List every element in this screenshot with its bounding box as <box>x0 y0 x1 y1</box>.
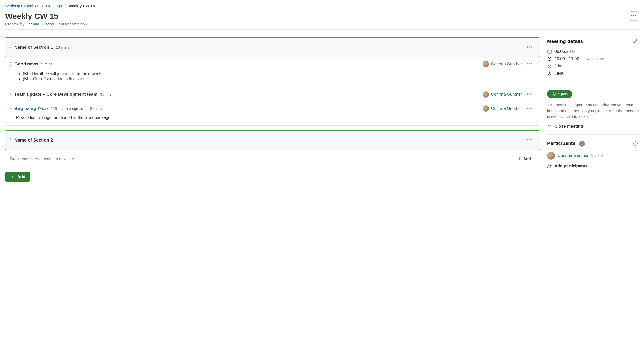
item-body: Please fix the bugs mentioned in the wor… <box>5 115 540 125</box>
agenda-item: Bug fixing Phase #261 In progress 5 mins… <box>5 101 540 126</box>
svg-point-3 <box>10 47 11 48</box>
svg-point-36 <box>548 165 550 166</box>
avatar <box>483 105 489 112</box>
drag-handle-icon[interactable] <box>8 92 12 97</box>
page-title: Weekly CW 15 <box>5 12 629 21</box>
item-more-button[interactable]: ••• <box>525 60 535 68</box>
calendar-icon <box>547 49 552 54</box>
svg-point-14 <box>9 94 9 95</box>
svg-point-1 <box>10 45 11 46</box>
svg-rect-34 <box>548 126 551 128</box>
svg-point-20 <box>9 108 9 109</box>
item-phase: Phase #261 <box>38 106 59 111</box>
add-participants-button[interactable]: Add participants <box>547 164 639 168</box>
drag-handle-icon[interactable] <box>8 45 12 49</box>
detail-location: LINK <box>547 71 639 76</box>
svg-point-8 <box>9 64 9 64</box>
item-title-link[interactable]: Bug fixing <box>14 106 36 111</box>
breadcrumb-parent[interactable]: Meetings <box>46 4 62 8</box>
participant-status: Invited <box>591 153 603 158</box>
agenda-item: Team update – Core Development team 3 mi… <box>5 87 540 101</box>
section-title: Name of Section 2 <box>14 138 53 143</box>
svg-point-24 <box>9 138 9 139</box>
item-title: Team update – Core Development team <box>14 92 97 97</box>
edit-details-button[interactable] <box>632 37 639 45</box>
participant-row: Corinna Günther Invited <box>547 152 639 160</box>
item-duration: 5 mins <box>90 106 102 111</box>
svg-point-21 <box>10 108 11 109</box>
item-more-button[interactable]: ••• <box>525 91 535 98</box>
agenda-item: Good news 5 mins Corinna Günther ••• (BL… <box>5 57 540 87</box>
breadcrumb-project[interactable]: ScaleUp Expedition <box>5 4 40 8</box>
svg-point-16 <box>9 95 9 96</box>
stopwatch-icon <box>547 64 552 69</box>
participant-link[interactable]: Corinna Günther <box>558 153 589 158</box>
item-duration: 3 mins <box>100 92 112 97</box>
detail-date: 06.06.2024 <box>547 49 639 54</box>
svg-point-12 <box>9 92 9 93</box>
add-item-inline-button[interactable]: ＋ Add <box>513 154 535 163</box>
drag-handle-icon[interactable] <box>8 138 12 142</box>
section-duration: 13 mins <box>55 45 69 49</box>
meeting-details: Meeting details 06.06.2024 10:00 - 11:00… <box>547 37 639 84</box>
dropzone[interactable]: Drag items here or create a new one ＋ Ad… <box>5 150 540 167</box>
open-dot-icon <box>552 92 556 96</box>
svg-rect-30 <box>548 50 551 53</box>
clock-icon <box>547 57 552 61</box>
close-meeting-button[interactable]: Close meeting <box>547 124 639 129</box>
meeting-details-heading: Meeting details <box>547 38 632 44</box>
sidebar: Meeting details 06.06.2024 10:00 - 11:00… <box>547 37 639 179</box>
section-more-button[interactable]: ••• <box>525 136 535 144</box>
svg-point-22 <box>9 110 9 110</box>
lock-icon <box>547 124 552 129</box>
status-chip: In progress <box>61 106 86 111</box>
presenter-link[interactable]: Corinna Günther <box>491 106 522 111</box>
svg-point-0 <box>9 45 9 46</box>
svg-point-33 <box>549 73 550 74</box>
gear-icon <box>633 141 638 146</box>
svg-point-6 <box>9 62 9 63</box>
agenda-section: Name of Section 1 13 mins ••• <box>5 37 540 57</box>
plus-icon: ＋ <box>10 174 15 179</box>
add-person-icon <box>547 164 552 168</box>
plus-icon: ＋ <box>517 156 522 161</box>
item-title: Good news <box>14 61 38 67</box>
pencil-icon <box>633 38 638 43</box>
svg-point-29 <box>10 141 11 142</box>
breadcrumb-sep: / <box>64 4 65 8</box>
item-note: (BL): Our offsite video is finalized <box>23 77 534 81</box>
svg-point-23 <box>10 110 11 110</box>
breadcrumb-current: Weekly CW 15 <box>68 4 95 8</box>
svg-point-27 <box>10 140 11 140</box>
presenter-link[interactable]: Corinna Günther <box>491 62 522 66</box>
svg-point-7 <box>10 62 11 63</box>
svg-point-13 <box>10 92 11 93</box>
svg-point-35 <box>635 143 636 144</box>
state-badge: Open <box>547 90 572 98</box>
svg-point-5 <box>10 48 11 49</box>
svg-point-19 <box>10 106 11 107</box>
svg-point-18 <box>9 106 9 107</box>
more-icon: ••• <box>631 13 637 19</box>
svg-point-11 <box>10 65 11 66</box>
drag-handle-icon[interactable] <box>8 106 12 111</box>
dropzone-placeholder: Drag items here or create a new one <box>10 156 74 161</box>
svg-point-15 <box>10 94 11 95</box>
section-more-button[interactable]: ••• <box>525 43 535 51</box>
svg-point-10 <box>9 65 9 66</box>
author-link[interactable]: Corinna Günther <box>26 22 54 26</box>
page-more-button[interactable]: ••• <box>629 11 639 21</box>
add-button[interactable]: ＋ Add <box>5 172 30 182</box>
page-subtitle: Created by Corinna Günther. Last updated… <box>5 22 629 26</box>
meeting-state: Open This meeting is open. You can add/r… <box>547 90 639 135</box>
presenter-link[interactable]: Corinna Günther <box>491 92 522 97</box>
drag-handle-icon[interactable] <box>8 62 12 66</box>
participants-heading: Participants 1 <box>547 140 632 147</box>
detail-time: 10:00 - 11:00 GMT+01:00 <box>547 57 639 61</box>
breadcrumb-sep: / <box>42 4 43 8</box>
participants-section: Participants 1 Corinna Günther Invited A… <box>547 140 639 174</box>
participants-settings-button[interactable] <box>632 140 639 148</box>
item-more-button[interactable]: ••• <box>525 105 535 112</box>
svg-point-25 <box>10 138 11 139</box>
item-duration: 5 mins <box>41 62 53 66</box>
